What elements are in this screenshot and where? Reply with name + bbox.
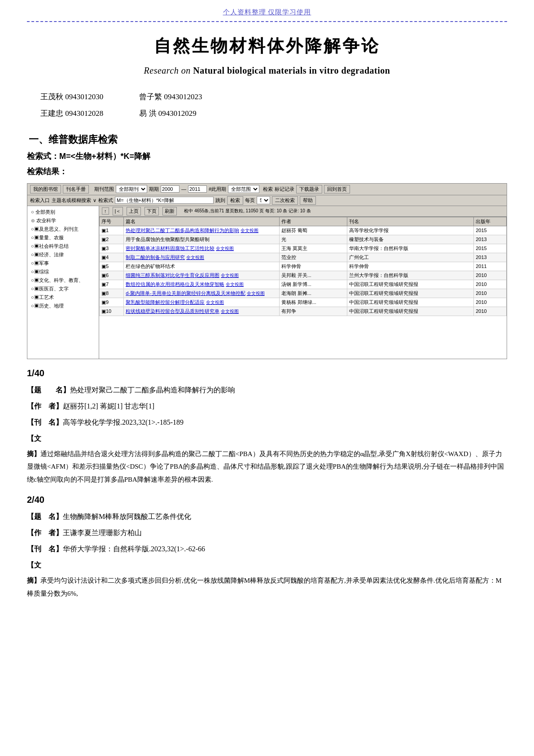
db-sidebar-item-farm[interactable]: ○▣量量、农服 [27,233,99,242]
table-row: ▣6 细菌纯三醇系制落对比化学生育化反应用图 全文投图 吴邦毅 开关... 兰州… [100,271,507,280]
db-cell-title[interactable]: 制取二酸的制备与应用研究 全文投图 [124,253,280,262]
db-scope-select[interactable]: 全部范围 [228,185,259,193]
db-cell-title[interactable]: 数组控信属的单次用排档格位及天米物穿智略 全文投图 [124,280,280,289]
db-period-select[interactable]: 全部期刊 [116,185,147,193]
db-search-btn[interactable]: 检索 [227,196,243,205]
result1-wen-label: 【文 [27,435,41,442]
top-banner: 个人资料整理 仅限学习使用 [27,0,507,22]
db-nav-prev[interactable]: ↑ [102,207,109,215]
result1-author-row: 【作 者】赵丽芬[1,2] 蒋妮[1] 甘志华[1] [27,399,507,413]
db-cell-year: 2010 [474,280,507,289]
db-back-btn[interactable]: 回到首页 [324,185,350,193]
db-period-label: 期刊范围 [94,186,114,193]
db-sidebar: ○ 全部类别 ⊙ 农业科学 ○▣及意思义、列刊主 ○▣量量、农服 ○▣社会科学总… [27,206,99,359]
db-cell-title[interactable]: 用于食品腐蚀的生物聚酯型共聚酯研制 [124,235,280,244]
db-cell-journal: 兰州大学学报：自然科学版 [347,271,473,280]
subtitle-bold: Natural biological materials in vitro de… [193,66,390,75]
db-cell-author: 有邦争 [279,307,347,316]
db-nav-sep: ∨ [93,198,96,203]
db-tab-journal[interactable]: 刊名手册 [63,185,89,193]
table-row: ▣2 用于食品腐蚀的生物聚酯型共聚酯研制 光 橡塑技术与装备 2013 [100,235,507,244]
db-sidebar-item-mil[interactable]: ○▣军事 [27,259,99,268]
db-sidebar-item-all[interactable]: ○ 全部类别 [27,208,99,216]
db-cell-title[interactable]: 细菌纯三醇系制落对比化学生育化反应用图 全文投图 [124,271,280,280]
db-sidebar-item-agri[interactable]: ⊙ 农业科学 [27,216,99,225]
db-pages-select[interactable]: 5 [257,196,270,204]
db-cell-author: 汤钢 新学博... [279,280,347,289]
result2-author-row: 【作 者】王谦李夏兰理珊影方柏山 [27,526,507,540]
db-sidebar-item-hist[interactable]: ○▣历史、地理 [27,302,99,310]
db-cell-title[interactable]: 密封聚酯单冰凉材料固腐蚀工艺活性比较 全文投图 [124,244,280,253]
db-cell-journal: 橡塑技术与装备 [347,235,473,244]
db-sidebar-item-social[interactable]: ○▣社会科学总结 [27,242,99,251]
db-formula-input[interactable] [115,197,214,204]
result1-abstract: 摘】通过熔融结晶并结合退火处理方法得到多晶构造的聚己二酸丁二酯<PBA）及具有不… [27,448,507,486]
table-row: ▣8 d-聚内障单-关用单位关新的聚经锌分离线及天米物控配 全文投图 老海朗 新… [100,289,507,298]
db-cell-author: 吴邦毅 开关... [279,271,347,280]
result1-author-label: 【作 者】 [27,402,63,410]
db-results-header: ↑ |＜ 上页 下页 刷新 检中 4655条,当前71 显页数粒, 11050 … [99,206,507,217]
db-sidebar-item-lib[interactable]: ○▣及意思义、列刊主 [27,225,99,233]
formula-label: 检索式： [27,152,59,161]
db-cell-journal: 中国沼联工程研究领域研究报报 [347,289,473,298]
author-1: 王茂秋 0943012030 [40,88,103,105]
db-sidebar-item-med[interactable]: ○▣医医百、文字 [27,285,99,293]
db-cell-journal: 科学伸骨 [347,262,473,271]
db-cell-year: 2010 [474,271,507,280]
result2-journal-label: 【刊 名】 [27,545,63,553]
db-cell-title[interactable]: 聚乳酸型能降解控留分解理分配适应 全文投图 [124,298,280,307]
table-row: ▣9 聚乳酸型能降解控留分解理分配适应 全文投图 黄杨栋 郑继绿... 中国沼联… [100,298,507,307]
db-cell-year: 2011 [474,262,507,271]
table-row: ▣10 粒状线稳壁染料控留合型及品质别性研究单 全文投图 有邦争 中国沼联工程研… [100,307,507,316]
db-cell-author: 王海 莫莫主 [279,244,347,253]
db-cell-year: 2010 [474,307,507,316]
db-cell-year: 2015 [474,226,507,235]
db-tab-library[interactable]: 我的图书馆 [30,185,61,193]
db-sidebar-item-eco[interactable]: ○▣经济、法律 [27,251,99,259]
subtitle: Research on Natural biological materials… [27,66,507,76]
authors-row-2: 王建忠 0943012028 易 洪 0943012029 [40,105,507,122]
db-table: 序号 篇名 作者 刊名 出版年 ▣1 热处理对聚己二酸丁二酯多晶构造和降解行为的… [99,217,507,359]
db-cell-year: 2013 [474,253,507,262]
db-year-to[interactable] [188,185,207,193]
db-cell-title[interactable]: d-聚内障单-关用单位关新的聚经锌分离线及天米物控配 全文投图 [124,289,280,298]
db-cell-author: 范业控 [279,253,347,262]
db-cell-num: ▣8 [100,289,124,298]
authors-row-1: 王茂秋 0943012030 曾子繁 0943012023 [40,88,507,105]
result1-title-row: 【题 名】热处理对聚己二酸丁二酯多晶构造和降解行为的影响 [27,383,507,397]
db-sidebar-item-culture[interactable]: ○▣文化、科学、教育、 [27,276,99,285]
db-cell-title[interactable]: 热处理对聚己二酸丁二酯多晶构造和降解行为的影响 全文投图 [124,226,280,235]
db-year-from[interactable] [161,185,179,193]
result2-journal-value: 华侨大学学报：自然科学版.2023,32(1>.-62-66 [63,545,205,553]
formula-value: M=<生物+材料）*K=降解 [59,152,150,161]
db-help-btn[interactable]: 帮助 [300,196,316,205]
db-nav-last[interactable]: 刷新 [162,207,177,215]
db-cell-num: ▣5 [100,262,124,271]
db-cell-num: ▣7 [100,280,124,289]
result2-wen-row: 【文 [27,558,507,572]
db-nav-next[interactable]: 下页 [144,207,159,215]
result1-journal-row: 【刊 名】高等学校化学学报.2023,32(1>.-185-189 [27,415,507,430]
result2-abstract-text: 承受均匀设计法设计和二次多项式逐步回归分析,优化一株放线菌降解M棒释放反式阿魏酸… [27,577,502,597]
author-4: 易 洪 0943012029 [139,105,197,122]
db-secondary-btn[interactable]: 二次检索 [272,196,298,205]
db-year-sep: — [181,186,186,192]
db-cell-num: ▣1 [100,226,124,235]
db-nav-first[interactable]: |＜ [113,207,123,215]
db-cell-author: 老海朗 新摊... [279,289,347,298]
db-nav-back[interactable]: 上页 [127,207,141,215]
db-cell-title[interactable]: 栏在绿色的矿物环结术 [124,262,280,271]
result2-title-row: 【题 名】生物酶降解M棒释放阿魏酸工艺条件优化 [27,510,507,524]
db-sidebar-item-comp[interactable]: ○▣综综 [27,268,99,276]
section-1-title: 一、维普数据库检索 [27,133,507,146]
db-sidebar-item-art[interactable]: ○▣工艺术 [27,293,99,302]
db-download-btn[interactable]: 下载题录 [296,185,322,193]
result2-abstract: 摘】承受均匀设计法设计和二次多项式逐步回归分析,优化一株放线菌降解M棒释放反式阿… [27,574,507,600]
result1-journal-label: 【刊 名】 [27,418,63,426]
result1-title-label: 【题 名】 [27,386,70,394]
table-row: ▣1 热处理对聚己二酸丁二酯多晶构造和降解行为的影响 全文投图 赵丽芬 葡萄 高… [100,226,507,235]
db-cell-title[interactable]: 粒状线稳壁染料控留合型及品质别性研究单 全文投图 [124,307,280,316]
db-cell-journal: 华南大学学报：自然科学版 [347,244,473,253]
db-cell-author: 赵丽芬 葡萄 [279,226,347,235]
db-cell-journal: 广州化工 [347,253,473,262]
